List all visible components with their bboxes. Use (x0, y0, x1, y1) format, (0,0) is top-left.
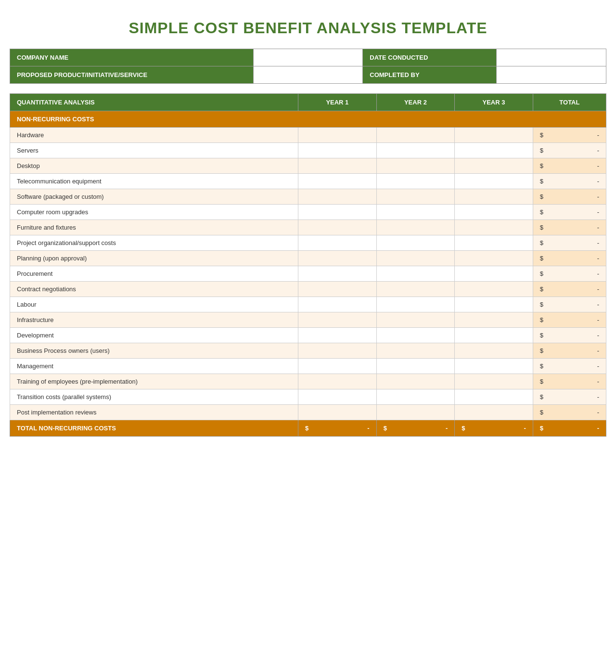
row-label: Infrastructure (10, 312, 298, 328)
row-year3[interactable] (455, 220, 533, 235)
row-year3[interactable] (455, 251, 533, 266)
row-year1[interactable] (298, 328, 377, 343)
row-total: $- (533, 205, 606, 220)
row-year3[interactable] (455, 359, 533, 374)
row-year1[interactable] (298, 235, 377, 251)
row-year3[interactable] (455, 374, 533, 389)
row-label: Business Process owners (users) (10, 343, 298, 359)
row-total: $- (533, 158, 606, 174)
row-total: $- (533, 143, 606, 158)
row-total: $- (533, 374, 606, 389)
row-year1[interactable] (298, 205, 377, 220)
row-label: Contract negotiations (10, 282, 298, 297)
date-conducted-label: DATE CONDUCTED (363, 49, 497, 66)
row-year3[interactable] (455, 282, 533, 297)
total-year3: $- (455, 420, 533, 437)
row-total: $- (533, 235, 606, 251)
row-year3[interactable] (455, 312, 533, 328)
row-year2[interactable] (376, 328, 455, 343)
row-year2[interactable] (376, 374, 455, 389)
table-row: Labour$- (10, 297, 606, 312)
row-year3[interactable] (455, 235, 533, 251)
row-year1[interactable] (298, 282, 377, 297)
row-total: $- (533, 266, 606, 282)
row-total: $- (533, 359, 606, 374)
row-year2[interactable] (376, 220, 455, 235)
table-row: Servers$- (10, 143, 606, 158)
row-year2[interactable] (376, 251, 455, 266)
row-year2[interactable] (376, 235, 455, 251)
row-year2[interactable] (376, 266, 455, 282)
row-year2[interactable] (376, 312, 455, 328)
company-name-value[interactable] (253, 49, 363, 66)
row-year3[interactable] (455, 158, 533, 174)
table-row: Contract negotiations$- (10, 282, 606, 297)
row-year3[interactable] (455, 174, 533, 189)
row-year1[interactable] (298, 189, 377, 205)
row-year1[interactable] (298, 266, 377, 282)
total-non-recurring-row: TOTAL NON-RECURRING COSTS$-$-$-$- (10, 420, 606, 437)
section-non-recurring-label: NON-RECURRING COSTS (10, 111, 606, 128)
row-label: Furniture and fixtures (10, 220, 298, 235)
table-row: Business Process owners (users)$- (10, 343, 606, 359)
row-year2[interactable] (376, 189, 455, 205)
col-header-total: TOTAL (533, 94, 606, 111)
row-year3[interactable] (455, 343, 533, 359)
main-table: QUANTITATIVE ANALYSIS YEAR 1 YEAR 2 YEAR… (10, 93, 606, 437)
completed-by-label: COMPLETED BY (363, 66, 497, 84)
table-row: Management$- (10, 359, 606, 374)
row-year2[interactable] (376, 128, 455, 143)
section-non-recurring: NON-RECURRING COSTS (10, 111, 606, 128)
col-header-analysis: QUANTITATIVE ANALYSIS (10, 94, 298, 111)
proposed-label: PROPOSED PRODUCT/INITIATIVE/SERVICE (10, 66, 254, 84)
row-year1[interactable] (298, 220, 377, 235)
row-year2[interactable] (376, 143, 455, 158)
row-year1[interactable] (298, 374, 377, 389)
row-year2[interactable] (376, 205, 455, 220)
date-conducted-value[interactable] (497, 49, 606, 66)
row-year1[interactable] (298, 143, 377, 158)
row-year2[interactable] (376, 343, 455, 359)
row-year1[interactable] (298, 297, 377, 312)
row-year2[interactable] (376, 389, 455, 405)
row-year3[interactable] (455, 266, 533, 282)
row-label: Desktop (10, 158, 298, 174)
row-label: Development (10, 328, 298, 343)
total-label: TOTAL NON-RECURRING COSTS (10, 420, 298, 437)
row-year1[interactable] (298, 128, 377, 143)
row-year1[interactable] (298, 251, 377, 266)
row-label: Post implementation reviews (10, 405, 298, 420)
row-year3[interactable] (455, 389, 533, 405)
row-year3[interactable] (455, 128, 533, 143)
table-row: Furniture and fixtures$- (10, 220, 606, 235)
row-year2[interactable] (376, 405, 455, 420)
row-year3[interactable] (455, 189, 533, 205)
row-year2[interactable] (376, 282, 455, 297)
row-year1[interactable] (298, 405, 377, 420)
row-year1[interactable] (298, 343, 377, 359)
row-year2[interactable] (376, 359, 455, 374)
table-row: Transition costs (parallel systems)$- (10, 389, 606, 405)
total-year2: $- (376, 420, 455, 437)
row-year3[interactable] (455, 405, 533, 420)
row-label: Transition costs (parallel systems) (10, 389, 298, 405)
row-year1[interactable] (298, 174, 377, 189)
row-year1[interactable] (298, 389, 377, 405)
row-year1[interactable] (298, 158, 377, 174)
row-year2[interactable] (376, 158, 455, 174)
total-total: $- (533, 420, 606, 437)
row-year3[interactable] (455, 328, 533, 343)
table-row: Computer room upgrades$- (10, 205, 606, 220)
table-row: Infrastructure$- (10, 312, 606, 328)
row-label: Management (10, 359, 298, 374)
row-year1[interactable] (298, 359, 377, 374)
row-year3[interactable] (455, 205, 533, 220)
row-year2[interactable] (376, 297, 455, 312)
row-year3[interactable] (455, 143, 533, 158)
row-year1[interactable] (298, 312, 377, 328)
row-year2[interactable] (376, 174, 455, 189)
proposed-value[interactable] (253, 66, 363, 84)
row-year3[interactable] (455, 297, 533, 312)
completed-by-value[interactable] (497, 66, 606, 84)
row-total: $- (533, 189, 606, 205)
